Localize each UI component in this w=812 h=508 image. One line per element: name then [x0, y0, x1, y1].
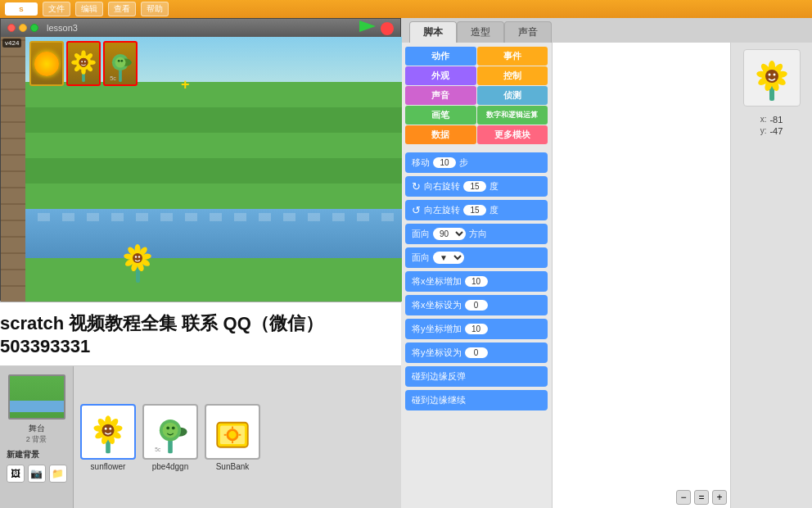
svg-point-19	[120, 59, 123, 61]
block-change-y[interactable]: 将y坐标增加	[405, 319, 548, 339]
stop-button[interactable]	[381, 22, 394, 35]
sprite-area: scratch 视频教程全集 联系 QQ（微信）503393331 舞台 2 背…	[0, 301, 401, 508]
sunflower-sprite-thumb[interactable]	[80, 404, 136, 460]
svg-point-35	[138, 256, 140, 257]
blocks-palette: 动作 事件 外观 控制 声音 侦测 画笔 数字和逻辑运算 数据 更多模块 移动	[401, 43, 553, 508]
list-item[interactable]: sunflower	[80, 404, 136, 471]
cat-pen[interactable]: 画笔	[405, 106, 476, 125]
stage-label: 舞台	[29, 423, 45, 434]
tab-sound[interactable]: 声音	[504, 21, 552, 43]
change-x-input[interactable]	[465, 276, 488, 287]
sun-card-inner	[32, 44, 61, 84]
sprite-action-btns: 🖼 📷 📁	[7, 465, 67, 483]
sunflower-card-svg	[69, 46, 98, 82]
face-direction-select[interactable]: 90	[433, 228, 466, 240]
stage-preview-water	[10, 401, 64, 412]
svg-text:5c: 5c	[155, 447, 161, 452]
shooter-card-inner: 5c	[106, 44, 135, 84]
sun-icon	[34, 52, 59, 76]
zoom-in-btn[interactable]: +	[712, 490, 727, 505]
svg-point-17	[115, 57, 126, 67]
cat-events[interactable]: 事件	[477, 47, 548, 66]
properties-sprite-svg	[746, 52, 798, 104]
tab-costume[interactable]: 造型	[457, 21, 504, 43]
coord-display: x: -81	[760, 115, 783, 125]
set-y-input[interactable]	[465, 347, 488, 358]
water-wave	[25, 213, 402, 221]
stage-sunflower	[120, 238, 156, 283]
window-minimize-btn[interactable]	[19, 24, 27, 32]
list-item[interactable]: 5c pbe4dggn	[142, 404, 198, 471]
svg-point-5	[88, 60, 96, 65]
svg-point-34	[135, 256, 137, 257]
stage-canvas[interactable]: v424	[1, 37, 402, 302]
zoom-out-btn[interactable]: −	[676, 490, 691, 505]
face-toward-select[interactable]: ▼	[433, 252, 464, 264]
zoom-fit-btn[interactable]: =	[694, 490, 709, 505]
grass-lanes	[25, 82, 402, 209]
right-panel: 脚本 造型 声音 动作 事件 外观 控制 声音 侦测 画笔 数字和逻辑运算 数据…	[401, 18, 812, 508]
block-set-y[interactable]: 将y坐标设为	[405, 342, 548, 363]
svg-point-53	[163, 422, 178, 438]
sun-card[interactable]	[29, 41, 64, 86]
cat-sensing[interactable]: 侦测	[477, 86, 548, 105]
cat-data[interactable]: 数据	[405, 125, 476, 144]
top-bar: S 文件 编辑 查看 帮助	[0, 0, 812, 18]
sunflower-sprite-name: sunflower	[91, 462, 126, 471]
flag-button[interactable]	[359, 20, 376, 37]
cat-looks[interactable]: 外观	[405, 66, 476, 85]
script-workspace[interactable]: 当接收到 上课铃响了▼ − = +	[553, 43, 730, 508]
cat-control[interactable]: 控制	[477, 66, 548, 85]
block-face-direction[interactable]: 面向 90 方向	[405, 224, 548, 244]
sunflower-card[interactable]	[66, 41, 101, 86]
sunbank-thumb-svg	[208, 407, 257, 456]
folder-bg-btn[interactable]: 📁	[49, 465, 67, 483]
sunbank-sprite-name: SunBank	[216, 462, 250, 471]
sunflower-card-inner	[69, 44, 98, 84]
svg-point-60	[228, 431, 236, 438]
turn-right-input[interactable]	[463, 181, 486, 192]
menu-file[interactable]: 文件	[43, 2, 70, 16]
block-change-x[interactable]: 将x坐标增加	[405, 271, 548, 292]
block-face-toward[interactable]: 面向 ▼	[405, 247, 548, 268]
ad-text: scratch 视频教程全集 联系 QQ（微信）503393331	[0, 311, 401, 357]
list-item[interactable]: SunBank	[205, 404, 260, 471]
camera-bg-btn[interactable]: 📷	[28, 465, 46, 483]
move-steps-input[interactable]	[433, 157, 456, 168]
pbe4dggn-sprite-thumb[interactable]: 5c	[142, 404, 198, 460]
svg-point-12	[81, 61, 83, 62]
block-turn-right[interactable]: ↻ 向右旋转 度	[405, 176, 548, 197]
coord-y-display: y: -47	[760, 126, 783, 136]
zoom-controls: − = +	[676, 490, 727, 505]
code-area: 动作 事件 外观 控制 声音 侦测 画笔 数字和逻辑运算 数据 更多模块 移动	[401, 43, 812, 508]
change-y-input[interactable]	[465, 324, 488, 334]
cat-operators[interactable]: 数字和逻辑运算	[477, 106, 548, 125]
pbe4dggn-sprite-name: pbe4dggn	[152, 462, 189, 471]
menu-view[interactable]: 查看	[108, 2, 136, 16]
block-set-x[interactable]: 将x坐标设为	[405, 295, 548, 315]
tabs-bar: 脚本 造型 声音	[401, 18, 812, 43]
cat-motion[interactable]: 动作	[405, 47, 476, 66]
sunbank-sprite-thumb[interactable]	[205, 404, 260, 460]
cat-sound[interactable]: 声音	[405, 86, 476, 105]
shooter-card[interactable]: 5c	[103, 41, 138, 86]
window-maximize-btn[interactable]	[30, 24, 38, 32]
block-bounce[interactable]: 碰到边缘反弹	[405, 366, 548, 387]
ad-banner: scratch 视频教程全集 联系 QQ（微信）503393331	[0, 302, 401, 366]
cat-more[interactable]: 更多模块	[477, 125, 548, 144]
menu-help[interactable]: 帮助	[141, 2, 169, 16]
sunflower-thumb-svg	[83, 407, 133, 456]
block-move[interactable]: 移动 步	[405, 152, 548, 173]
left-panel: lesson3	[0, 18, 401, 508]
sprite-list-area: 舞台 2 背景 新建背景 🖼 📷 📁	[0, 366, 401, 508]
window-close-btn[interactable]	[7, 24, 16, 32]
tab-script[interactable]: 脚本	[409, 21, 457, 43]
paint-bg-btn[interactable]: 🖼	[7, 465, 25, 483]
app-logo: S	[5, 2, 38, 16]
block-continue[interactable]: 碰到边缘继续	[405, 390, 548, 410]
turn-left-input[interactable]	[463, 205, 486, 215]
bottom-grass	[25, 258, 402, 302]
set-x-input[interactable]	[465, 300, 488, 311]
menu-edit[interactable]: 编辑	[75, 2, 103, 16]
block-turn-left[interactable]: ↺ 向左旋转 度	[405, 200, 548, 220]
